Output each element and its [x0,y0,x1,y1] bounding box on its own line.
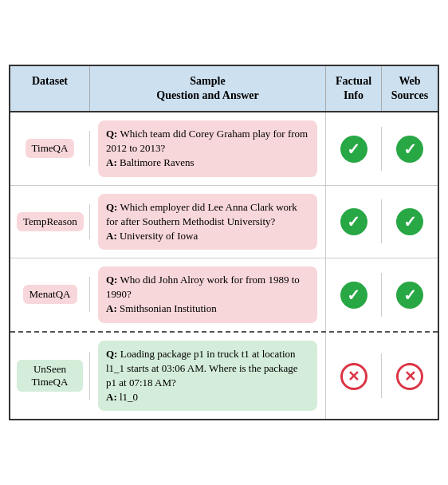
table-row: TimeQAQ: Which team did Corey Graham pla… [10,112,438,186]
dataset-cell: TimeQA [10,131,90,166]
qa-cell: Q: Which team did Corey Graham play for … [90,112,326,185]
dataset-label: UnSeen TimeQA [17,360,83,392]
table-body: TimeQAQ: Which team did Corey Graham pla… [10,112,438,419]
cross-icon: ✕ [340,363,367,390]
check-icon: ✓ [396,282,423,309]
web-icon-cell: ✓ [382,199,438,243]
factual-icon-cell: ✕ [326,353,382,398]
table-header: Dataset Sample Question and Answer Factu… [10,66,438,112]
cross-icon: ✕ [396,363,423,390]
check-icon: ✓ [396,136,423,163]
table-row: UnSeen TimeQAQ: Loading package p1 in tr… [10,333,438,420]
dataset-cell: UnSeen TimeQA [10,352,90,400]
qa-cell: Q: Loading package p1 in truck t1 at loc… [90,333,326,420]
header-dataset: Dataset [10,66,90,111]
header-web: Web Sources [382,66,438,111]
web-icon-cell: ✓ [382,273,438,317]
qa-cell: Q: Who did John Alroy work for from 1989… [90,258,326,331]
qa-bubble: Q: Which team did Corey Graham play for … [98,120,317,177]
check-icon: ✓ [340,136,367,163]
header-factual: Factual Info [326,66,382,111]
check-icon: ✓ [340,282,367,309]
dataset-label: TempReason [17,212,84,231]
web-icon-cell: ✓ [382,127,438,171]
header-qa: Sample Question and Answer [90,66,326,111]
table-row: TempReasonQ: Which employer did Lee Anna… [10,186,438,259]
factual-icon-cell: ✓ [326,127,382,171]
dataset-label: MenatQA [23,285,77,304]
qa-bubble: Q: Loading package p1 in truck t1 at loc… [98,341,317,412]
main-table: Dataset Sample Question and Answer Factu… [9,65,439,421]
dataset-label: TimeQA [26,139,75,158]
qa-cell: Q: Which employer did Lee Anna Clark wor… [90,186,326,258]
qa-bubble: Q: Who did John Alroy work for from 1989… [98,266,317,323]
table-row: MenatQAQ: Who did John Alroy work for fr… [10,258,438,333]
dataset-cell: TempReason [10,204,90,239]
factual-icon-cell: ✓ [326,273,382,317]
web-icon-cell: ✕ [382,353,438,398]
factual-icon-cell: ✓ [326,199,382,243]
check-icon: ✓ [396,208,423,235]
qa-bubble: Q: Which employer did Lee Anna Clark wor… [98,194,317,250]
check-icon: ✓ [340,208,367,235]
dataset-cell: MenatQA [10,277,90,312]
